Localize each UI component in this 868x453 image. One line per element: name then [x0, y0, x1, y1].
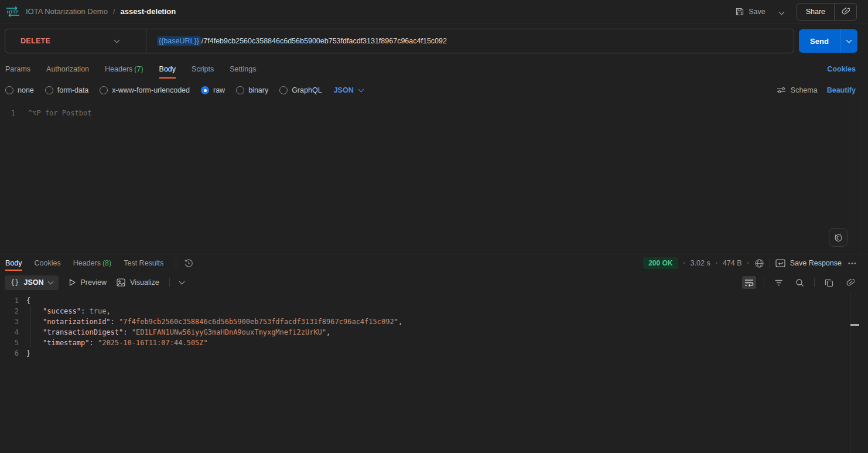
- response-tab-cookies[interactable]: Cookies: [35, 256, 61, 271]
- radio-icon: [279, 86, 288, 94]
- radio-icon: [236, 86, 244, 94]
- radio-icon: [5, 86, 13, 94]
- filter-button[interactable]: [772, 277, 785, 289]
- response-tab-test-results[interactable]: Test Results: [124, 256, 163, 271]
- breadcrumb-collection[interactable]: IOTA Notarization Demo: [26, 7, 108, 16]
- response-panel: Body Cookies Headers(8) Test Results 200…: [0, 254, 868, 453]
- response-header: Body Cookies Headers(8) Test Results 200…: [0, 254, 868, 272]
- response-tab-body[interactable]: Body: [5, 256, 22, 271]
- topbar-actions: Save Share: [730, 3, 868, 21]
- code-line-content: "timestamp": "2025-10-16T11:07:44.505Z": [26, 338, 208, 348]
- braces-icon: {}: [11, 278, 19, 287]
- body-type-raw[interactable]: raw: [201, 86, 225, 94]
- response-scrollbar-thumb[interactable]: [850, 324, 859, 326]
- indent-guide: [30, 338, 43, 348]
- radio-icon: [100, 86, 108, 94]
- save-icon: [735, 7, 744, 16]
- copy-link-button[interactable]: [835, 7, 856, 16]
- save-button[interactable]: Save: [730, 4, 770, 19]
- status-badge[interactable]: 200 OK: [643, 257, 678, 269]
- editor-scrollbar-track[interactable]: [853, 101, 853, 254]
- code-line-number: 2: [0, 306, 26, 316]
- indent-guide: [30, 327, 43, 338]
- save-options-button[interactable]: [774, 5, 790, 18]
- schema-button[interactable]: Schema: [777, 86, 818, 94]
- save-response-button[interactable]: Save Response: [775, 259, 842, 267]
- url-input[interactable]: {{baseURL}} /7f4feb9cb2560c358846c6d56b5…: [146, 36, 794, 46]
- response-code[interactable]: 1{2"success": true,3"notarizationId": "7…: [0, 293, 868, 453]
- preview-button[interactable]: Preview: [69, 278, 107, 287]
- send-button[interactable]: Send: [799, 29, 840, 53]
- more-options-button[interactable]: •••: [848, 260, 857, 267]
- code-line-content: "success": true,: [26, 306, 111, 316]
- body-type-binary[interactable]: binary: [236, 86, 268, 94]
- visualize-button[interactable]: Visualize: [117, 278, 159, 287]
- body-type-label: raw: [213, 86, 225, 94]
- network-globe-icon[interactable]: [754, 258, 764, 268]
- postbot-icon: [833, 232, 843, 243]
- schema-icon: [777, 86, 786, 94]
- response-toolbar: {} JSON Preview Visualize: [0, 272, 868, 293]
- request-url-row: DELETE {{baseURL}} /7f4feb9cb2560c358846…: [0, 23, 868, 59]
- breadcrumb-request-name[interactable]: assest-deletion: [121, 7, 176, 16]
- tab-params[interactable]: Params: [5, 60, 30, 79]
- body-type-GraphQL[interactable]: GraphQL: [279, 86, 322, 94]
- dot-separator: •: [684, 260, 685, 266]
- code-line: 4"transactionDigest": "ED1LFAN1UNw56iyyG…: [0, 327, 868, 338]
- divider: [770, 258, 770, 268]
- editor-line: 1 ^⌥P for Postbot: [0, 101, 868, 118]
- body-type-x-www-form-urlencoded[interactable]: x-www-form-urlencoded: [100, 86, 190, 94]
- body-type-label: GraphQL: [292, 86, 322, 94]
- wrap-text-button[interactable]: [742, 276, 756, 289]
- tab-scripts[interactable]: Scripts: [192, 60, 214, 79]
- topbar: HTTP IOTA Notarization Demo / assest-del…: [0, 0, 868, 23]
- link-icon[interactable]: [843, 276, 857, 289]
- response-tab-headers[interactable]: Headers(8): [73, 256, 112, 271]
- request-body-editor[interactable]: 1 ^⌥P for Postbot: [0, 101, 868, 254]
- share-button[interactable]: Share: [797, 8, 834, 16]
- response-headers-count: (8): [102, 259, 111, 267]
- history-icon[interactable]: [184, 258, 193, 268]
- code-line-content: {: [26, 295, 30, 306]
- body-type-label: none: [18, 86, 34, 94]
- tab-body[interactable]: Body: [159, 60, 176, 79]
- code-line-content: "transactionDigest": "ED1LFAN1UNw56iyyG3…: [26, 327, 330, 338]
- body-format-selector[interactable]: JSON: [334, 86, 363, 94]
- visualize-label: Visualize: [130, 278, 159, 287]
- response-scrollbar-track[interactable]: [850, 293, 851, 453]
- editor-scrollbar-track-outer[interactable]: [860, 101, 861, 254]
- response-format-selector[interactable]: {} JSON: [5, 275, 59, 290]
- chevron-down-icon: [47, 279, 53, 285]
- copy-button[interactable]: [822, 276, 836, 289]
- radio-icon: [45, 86, 53, 94]
- body-type-form-data[interactable]: form-data: [45, 86, 89, 94]
- divider: [169, 278, 170, 287]
- response-toolbar-actions: [742, 276, 857, 289]
- body-type-actions: Schema Beautify: [777, 86, 868, 94]
- cookies-link[interactable]: Cookies: [827, 65, 856, 73]
- method-selector[interactable]: DELETE: [5, 29, 146, 53]
- tab-headers[interactable]: Headers(7): [105, 60, 143, 79]
- tab-settings[interactable]: Settings: [230, 60, 256, 79]
- request-tabs: Params Authorization Headers(7) Body Scr…: [0, 59, 868, 80]
- tab-authorization[interactable]: Authorization: [46, 60, 89, 79]
- response-time[interactable]: 3.02 s: [691, 259, 710, 267]
- save-response-icon: [775, 259, 785, 267]
- body-type-label: binary: [248, 86, 268, 94]
- indent-guide: [30, 316, 43, 327]
- beautify-button[interactable]: Beautify: [827, 86, 856, 94]
- response-size[interactable]: 474 B: [723, 259, 742, 267]
- code-line-number: 6: [0, 348, 26, 359]
- base-url-variable[interactable]: {{baseURL}}: [157, 36, 201, 46]
- search-icon[interactable]: [793, 276, 807, 289]
- postbot-button[interactable]: [829, 228, 848, 247]
- headers-count: (7): [134, 65, 143, 73]
- send-options-button[interactable]: [840, 29, 857, 53]
- divider: [814, 278, 815, 287]
- preview-label: Preview: [81, 278, 107, 287]
- code-line-number: 1: [0, 295, 26, 306]
- body-type-none[interactable]: none: [5, 86, 34, 94]
- body-type-label: x-www-form-urlencoded: [112, 86, 190, 94]
- divider: [764, 278, 764, 287]
- format-more-chevron[interactable]: [179, 279, 184, 285]
